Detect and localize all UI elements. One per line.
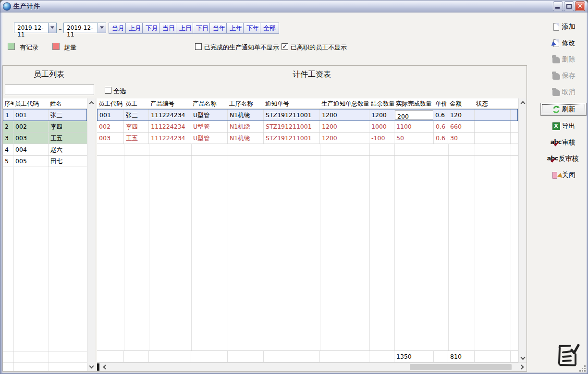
employee-search-input[interactable] (5, 84, 94, 95)
date-range-separator: – (59, 25, 62, 33)
column-header[interactable]: 员工代码 (13, 98, 49, 109)
main-panel: 员工列表 计件工资表 全选 序号 员工代码 姓名 1 001 张三 (2, 65, 527, 372)
piecework-table-title: 计件工资表 (97, 70, 527, 80)
date-to-value: 2019-12-11 (64, 23, 98, 33)
column-header[interactable]: 工序名称 (228, 98, 264, 109)
maximize-button[interactable] (564, 1, 574, 11)
scroll-up-icon[interactable] (519, 98, 527, 107)
titlebar[interactable]: 生产计件 ✕ (0, 0, 588, 12)
column-header[interactable]: 序号 (3, 98, 13, 109)
piecework-row[interactable]: 003 王五 111224234 U型管 N1机绕 STZ191211001 1… (97, 133, 518, 144)
audit-button[interactable]: abc 审核 (540, 137, 587, 148)
chevron-down-icon[interactable] (98, 23, 106, 33)
select-all-checkbox[interactable] (105, 87, 111, 94)
hide-completed-label[interactable]: 已完成的生产通知单不显示 (204, 43, 279, 52)
column-header[interactable]: 金额 (448, 98, 475, 109)
total-amount: 810 (448, 351, 475, 362)
piecework-grid-hscrollbar[interactable] (97, 362, 527, 371)
total-actual-qty: 1350 (394, 351, 434, 362)
column-header[interactable]: 员工代码 (97, 98, 124, 109)
add-button[interactable]: 添加 (540, 21, 587, 33)
column-header[interactable]: 生产通知单总数量 (320, 98, 369, 109)
employee-grid-vscrollbar[interactable] (87, 98, 95, 371)
window-title: 生产计件 (13, 2, 40, 11)
column-header[interactable]: 单价 (434, 98, 448, 109)
quick-button-next-day[interactable]: 下日 (193, 23, 212, 34)
scroll-up-icon[interactable] (87, 98, 95, 107)
column-header[interactable]: 实际完成数量 (394, 98, 434, 109)
column-header[interactable]: 员工 (124, 98, 149, 109)
resize-grip[interactable] (579, 365, 586, 372)
refresh-icon (552, 105, 561, 114)
edit-page-icon (552, 39, 561, 48)
quick-button-all[interactable]: 全部 (260, 23, 279, 34)
employee-row[interactable]: 4 004 赵六 (3, 144, 87, 156)
employee-grid-header: 序号 员工代码 姓名 (3, 98, 95, 109)
save-button[interactable]: 保存 (540, 70, 587, 82)
piecework-grid-vscrollbar[interactable] (518, 98, 527, 362)
action-sidebar: 添加 修改 删除 保存 取消 刷新 (540, 21, 587, 186)
legend-has-record-label: 有记录 (20, 43, 38, 52)
hscroll-thumb[interactable] (410, 364, 512, 370)
column-header[interactable]: 状态 (475, 98, 511, 109)
column-header[interactable]: 产品编号 (149, 98, 191, 109)
close-button[interactable]: ✕ (575, 1, 585, 11)
actual-qty-edit-cell[interactable]: 200 (395, 110, 433, 120)
excel-export-icon (552, 122, 561, 131)
hide-resigned-label[interactable]: 已离职的员工不显示 (291, 43, 347, 52)
quick-button-current-day[interactable]: 当日 (159, 23, 178, 34)
chevron-down-icon[interactable] (48, 23, 56, 33)
cancel-icon (552, 88, 561, 97)
close-book-icon (552, 171, 561, 180)
quick-button-next-month[interactable]: 下月 (142, 23, 161, 34)
modify-button[interactable]: 修改 (540, 37, 587, 49)
piecework-row-selected[interactable]: 001 张三 111224234 U型管 N1机绕 STZ191211001 1… (97, 109, 518, 121)
refresh-button[interactable]: 刷新 (540, 103, 587, 116)
column-header[interactable]: 通知单号 (264, 98, 320, 109)
date-to-combo[interactable]: 2019-12-11 (63, 23, 106, 33)
select-all-label[interactable]: 全选 (113, 87, 126, 96)
minimize-button[interactable] (553, 1, 563, 11)
splitter-handle[interactable] (97, 363, 99, 371)
export-button[interactable]: 导出 (540, 121, 587, 132)
delete-button[interactable]: 删除 (540, 54, 587, 65)
employee-row[interactable]: 5 005 田七 (3, 156, 87, 167)
piecework-row[interactable]: 002 李四 111224234 U型管 N1机绕 STZ191211001 1… (97, 121, 518, 133)
app-icon (3, 2, 11, 11)
scroll-left-icon[interactable] (100, 363, 109, 371)
legend-over-quota-swatch (52, 43, 60, 50)
quick-button-current-year[interactable]: 当年 (209, 23, 229, 34)
hide-completed-checkbox[interactable] (195, 43, 202, 50)
employee-row[interactable]: 3 003 王五 (3, 133, 87, 144)
legend-has-record-swatch (8, 43, 15, 50)
piecework-grid-header: 员工代码 员工 产品编号 产品名称 工序名称 通知单号 生产通知单总数量 结余数… (97, 98, 527, 109)
quick-button-prev-month[interactable]: 上月 (125, 23, 145, 34)
scroll-right-icon[interactable] (518, 363, 527, 371)
unaudit-button[interactable]: abc 反审核 (540, 153, 587, 165)
quick-button-current-month[interactable]: 当月 (109, 23, 128, 34)
close-icon: ✕ (576, 2, 585, 11)
quick-button-prev-year[interactable]: 上年 (226, 23, 245, 34)
employee-row-selected[interactable]: 1 001 张三 (3, 109, 87, 121)
quick-button-next-year[interactable]: 下年 (243, 23, 262, 34)
employee-row[interactable]: 2 002 李四 (3, 121, 87, 133)
hide-resigned-checkbox[interactable]: ✓ (282, 43, 288, 50)
column-header[interactable]: 产品名称 (191, 98, 228, 109)
close-form-button[interactable]: 关闭 (540, 169, 587, 181)
scroll-down-icon[interactable] (87, 363, 95, 371)
employee-grid: 序号 员工代码 姓名 1 001 张三 2 002 李四 3 003 王 (3, 98, 95, 371)
add-page-icon (552, 23, 561, 31)
column-header[interactable]: 姓名 (49, 98, 87, 109)
minimize-icon (555, 7, 560, 9)
notes-check-icon (556, 342, 580, 369)
abc-check-icon: abc (552, 138, 561, 147)
cancel-button[interactable]: 取消 (540, 86, 587, 98)
scroll-down-icon[interactable] (519, 354, 527, 362)
quick-button-prev-day[interactable]: 上日 (176, 23, 195, 34)
date-from-combo[interactable]: 2019-12-11 (14, 23, 57, 33)
totals-row: 1350 810 (97, 351, 518, 362)
piecework-grid: 员工代码 员工 产品编号 产品名称 工序名称 通知单号 生产通知单总数量 结余数… (97, 98, 527, 371)
column-header[interactable]: 结余数量 (369, 98, 394, 109)
save-icon (552, 72, 561, 80)
app-window: 生产计件 ✕ 2019-12-11 – 2019-12-11 当月 上月 下月 … (0, 0, 588, 374)
